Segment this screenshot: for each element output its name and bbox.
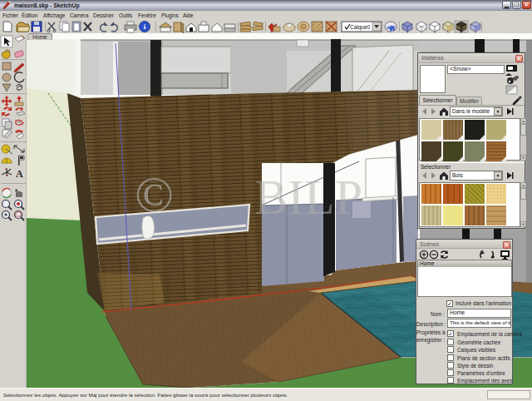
svg-text:A: A	[16, 168, 23, 180]
svg-text:Calque0: Calque0	[350, 24, 371, 31]
